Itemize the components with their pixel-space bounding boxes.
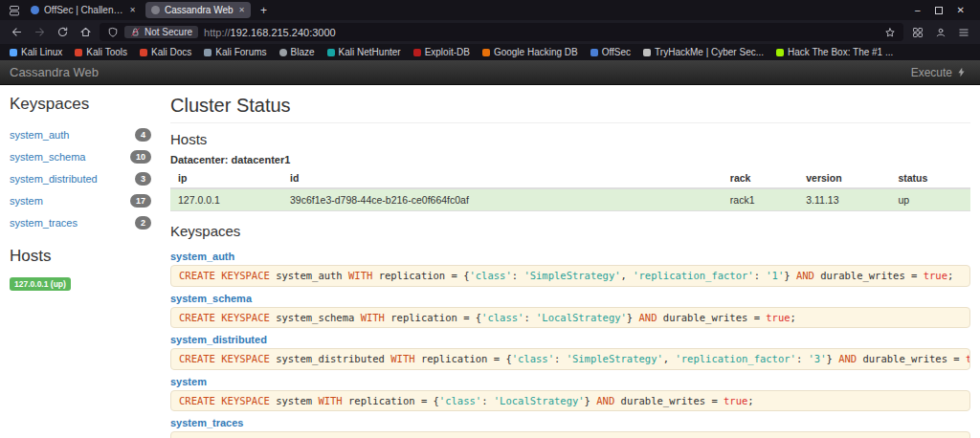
- keyspace-anchor[interactable]: system_traces: [170, 417, 243, 428]
- app-brand[interactable]: Cassandra Web: [10, 65, 99, 79]
- bookmark-kali-nethunter[interactable]: Kali NetHunter: [327, 47, 401, 57]
- code-token: }: [784, 270, 796, 281]
- bookmark-favicon: [643, 49, 651, 56]
- code-token: durable_writes =: [657, 312, 766, 323]
- tab-title: OffSec | Challenge Labs: [44, 5, 124, 15]
- count-badge: 4: [135, 128, 151, 142]
- url-text: http://192.168.215.240:3000: [204, 27, 336, 38]
- keyspace-anchor[interactable]: system_auth: [170, 251, 234, 262]
- code-token: 'SimpleStrategy': [523, 270, 620, 281]
- cql-code-block: CREATE KEYSPACE system WITH replication …: [170, 390, 970, 412]
- firefox-view-icon[interactable]: [8, 4, 21, 17]
- code-token: WITH: [348, 270, 372, 281]
- code-token: CREATE KEYSPACE: [179, 312, 270, 323]
- code-token: true: [766, 312, 790, 323]
- sidebar-item-system-schema[interactable]: system_schema 10: [10, 145, 151, 167]
- keyspace-anchor[interactable]: system: [170, 376, 207, 387]
- menu-icon[interactable]: [955, 27, 972, 38]
- new-tab-button[interactable]: +: [255, 4, 273, 17]
- code-token: ,: [663, 353, 676, 364]
- code-token: 'class': [481, 312, 523, 323]
- bookmark-label: Hack The Box: The #1 ...: [788, 47, 893, 57]
- bookmark-offsec[interactable]: OffSec: [590, 47, 631, 57]
- code-token: true: [724, 395, 747, 406]
- not-secure-badge[interactable]: Not Secure: [124, 26, 198, 38]
- extensions-icon[interactable]: [909, 27, 926, 38]
- bookmark-kali-linux[interactable]: Kali Linux: [10, 47, 62, 57]
- bookmark-google-hacking-db[interactable]: Google Hacking DB: [482, 47, 578, 57]
- count-badge: 10: [130, 150, 151, 164]
- bookmark-kali-tools[interactable]: Kali Tools: [75, 47, 127, 57]
- hosts-table: ip id rack version status 127.0.0.1 39c6…: [170, 168, 970, 211]
- keyspace-link[interactable]: system_distributed: [10, 173, 98, 185]
- bookmark-label: Kali Docs: [151, 47, 191, 57]
- keyspace-link[interactable]: system_auth: [10, 129, 69, 141]
- datacenter-label: Datacenter: datacenter1: [170, 154, 970, 165]
- tab-favicon: [31, 6, 39, 14]
- code-token: }: [627, 312, 639, 323]
- code-token: WITH: [318, 395, 342, 406]
- url-scheme: http://: [204, 27, 231, 38]
- sidebar: Keyspaces system_auth 4 system_schema 10…: [0, 85, 161, 438]
- home-icon[interactable]: [77, 26, 94, 38]
- tab-cassandra-web[interactable]: Cassandra Web ✕: [145, 2, 251, 18]
- code-token: durable_writes =: [614, 395, 724, 406]
- tab-close-icon[interactable]: ✕: [238, 7, 245, 14]
- code-token: WITH: [361, 312, 385, 323]
- hosts-table-header: ip id rack version status: [170, 168, 970, 188]
- keyspace-link[interactable]: system: [10, 195, 43, 207]
- account-icon[interactable]: [932, 27, 949, 38]
- execute-button[interactable]: Execute: [911, 66, 967, 79]
- sidebar-item-system-traces[interactable]: system_traces 2: [10, 211, 151, 233]
- minimize-icon[interactable]: –: [915, 5, 921, 15]
- bookmark-favicon: [327, 49, 335, 56]
- keyspace-link[interactable]: system_traces: [10, 217, 78, 229]
- url-bar[interactable]: Not Secure http://192.168.215.240:3000: [100, 23, 903, 41]
- tab-close-icon[interactable]: ✕: [129, 7, 136, 14]
- bookmark-exploit-db[interactable]: Exploit-DB: [413, 47, 470, 57]
- bookmark-kali-forums[interactable]: Kali Forums: [204, 47, 266, 57]
- sidebar-item-system[interactable]: system 17: [10, 189, 151, 211]
- bookmark-label: OffSec: [602, 47, 631, 57]
- code-token: }: [585, 395, 597, 406]
- code-token: '3': [809, 353, 827, 364]
- count-badge: 3: [135, 172, 151, 186]
- close-icon[interactable]: ✕: [957, 5, 965, 15]
- bookmark-hack-the-box[interactable]: Hack The Box: The #1 ...: [776, 47, 893, 57]
- refresh-icon[interactable]: [54, 26, 71, 38]
- shield-icon[interactable]: [107, 27, 119, 38]
- bookmark-star-icon[interactable]: [884, 27, 896, 38]
- bookmark-tryhackme[interactable]: TryHackMe | Cyber Sec...: [643, 47, 764, 57]
- hosts-section-heading: Hosts: [170, 131, 970, 147]
- code-token: CREATE KEYSPACE: [179, 395, 270, 406]
- code-token: CREATE KEYSPACE: [179, 353, 270, 364]
- code-token: 'SimpleStrategy': [567, 353, 663, 364]
- bookmark-kali-docs[interactable]: Kali Docs: [140, 47, 191, 57]
- col-ip: ip: [170, 168, 282, 188]
- keyspace-link[interactable]: system_schema: [10, 151, 85, 163]
- code-token: 'LocalStrategy': [494, 395, 585, 406]
- url-host: 192.168.215.240:3000: [231, 27, 336, 38]
- keyspace-anchor[interactable]: system_schema: [170, 293, 252, 304]
- code-token: 'replication_factor': [633, 270, 753, 281]
- code-token: system: [270, 395, 319, 406]
- sidebar-item-system-auth[interactable]: system_auth 4: [10, 123, 151, 145]
- bookmark-blaze[interactable]: Blaze: [279, 47, 315, 57]
- bookmark-favicon: [75, 49, 82, 56]
- maximize-icon[interactable]: [935, 7, 943, 14]
- app-navbar: Cassandra Web Execute: [0, 60, 980, 85]
- forward-icon[interactable]: [31, 26, 48, 38]
- code-token: system_auth: [270, 270, 348, 281]
- bookmark-label: Kali Linux: [21, 47, 62, 57]
- code-token: AND: [796, 270, 814, 281]
- code-token: AND: [838, 353, 857, 364]
- bookmarks-bar: Kali Linux Kali Tools Kali Docs Kali For…: [0, 44, 980, 60]
- browser-toolbar: Not Secure http://192.168.215.240:3000: [0, 20, 980, 44]
- code-token: ,: [621, 270, 634, 281]
- tab-offsec-challenge-labs[interactable]: OffSec | Challenge Labs ✕: [25, 2, 142, 18]
- sidebar-item-system-distributed[interactable]: system_distributed 3: [10, 167, 151, 189]
- keyspace-anchor[interactable]: system_distributed: [170, 334, 267, 345]
- code-token: replication = {: [415, 353, 512, 364]
- browser-tab-bar: OffSec | Challenge Labs ✕ Cassandra Web …: [0, 0, 980, 20]
- back-icon[interactable]: [8, 26, 25, 38]
